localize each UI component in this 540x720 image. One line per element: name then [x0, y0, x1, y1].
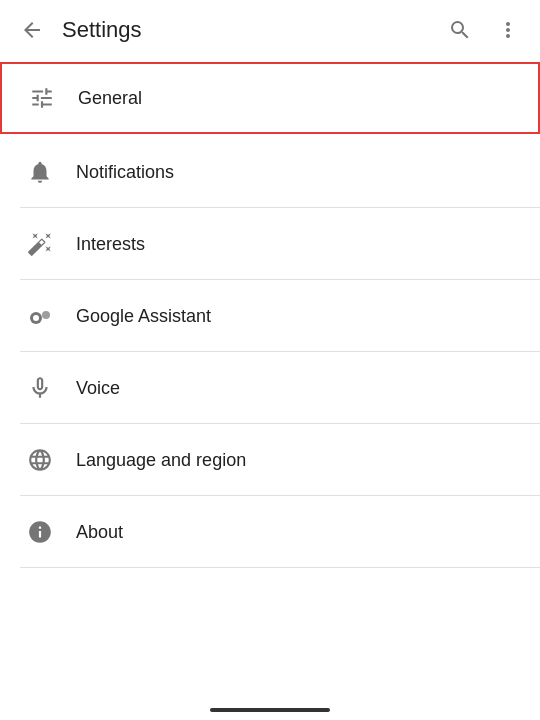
settings-list: General Notifications Interests Go — [0, 62, 540, 568]
more-options-button[interactable] — [488, 10, 528, 50]
back-button[interactable] — [12, 10, 52, 50]
search-button[interactable] — [440, 10, 480, 50]
settings-item-google-assistant[interactable]: Google Assistant — [0, 280, 540, 352]
home-indicator — [210, 708, 330, 712]
about-label: About — [76, 522, 123, 543]
settings-item-about[interactable]: About — [0, 496, 540, 568]
assistant-icon — [20, 302, 60, 330]
info-icon — [20, 519, 60, 545]
settings-item-voice[interactable]: Voice — [0, 352, 540, 424]
sliders-icon — [22, 85, 62, 111]
header: Settings — [0, 0, 540, 60]
bell-icon — [20, 159, 60, 185]
general-label: General — [78, 88, 142, 109]
voice-label: Voice — [76, 378, 120, 399]
notifications-label: Notifications — [76, 162, 174, 183]
mic-icon — [20, 375, 60, 401]
header-actions — [440, 10, 528, 50]
interests-label: Interests — [76, 234, 145, 255]
svg-point-2 — [33, 315, 39, 321]
settings-item-notifications[interactable]: Notifications — [0, 136, 540, 208]
wand-icon — [20, 231, 60, 257]
language-region-label: Language and region — [76, 450, 246, 471]
svg-point-1 — [42, 311, 50, 319]
page-title: Settings — [52, 17, 440, 43]
settings-item-language-region[interactable]: Language and region — [0, 424, 540, 496]
settings-item-general[interactable]: General — [0, 62, 540, 134]
settings-item-interests[interactable]: Interests — [0, 208, 540, 280]
globe-icon — [20, 447, 60, 473]
google-assistant-label: Google Assistant — [76, 306, 211, 327]
